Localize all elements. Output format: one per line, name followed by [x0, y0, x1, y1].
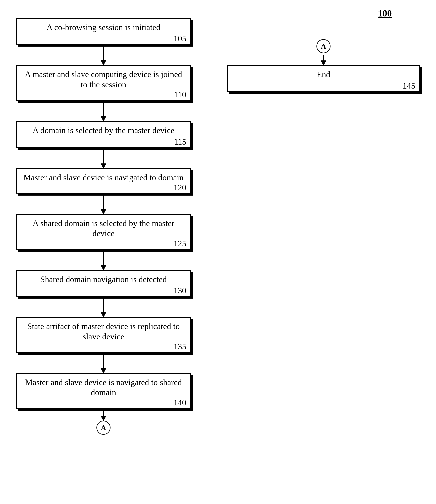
step-ref: 125: [17, 239, 190, 249]
step-ref: 140: [17, 398, 190, 408]
step-ref: 115: [17, 137, 190, 147]
off-page-connector-a-out: A: [96, 421, 111, 435]
arrow-down-icon: [103, 47, 104, 65]
step-140: Master and slave device is navigated to …: [16, 373, 191, 409]
step-145-end: End 145: [227, 65, 420, 92]
arrow-down-icon: [103, 411, 104, 421]
step-ref: 135: [17, 342, 190, 352]
left-column: A co-browsing session is initiated 105 A…: [16, 18, 191, 435]
step-125: A shared domain is selected by the maste…: [16, 214, 191, 250]
step-ref: 105: [17, 34, 190, 44]
step-110: A master and slave computing device is j…: [16, 65, 191, 101]
step-135: State artifact of master device is repli…: [16, 317, 191, 353]
step-text: A master and slave computing device is j…: [17, 66, 190, 90]
step-text: End: [228, 66, 419, 81]
arrow-down-icon: [103, 150, 104, 168]
step-text: Shared domain navigation is detected: [17, 271, 190, 286]
step-text: State artifact of master device is repli…: [17, 318, 190, 342]
arrow-down-icon: [103, 103, 104, 121]
step-text: A domain is selected by the master devic…: [17, 122, 190, 137]
step-130: Shared domain navigation is detected 130: [16, 270, 191, 297]
step-120: Master and slave device is navigated to …: [16, 168, 191, 194]
step-text: Master and slave device is navigated to …: [17, 169, 190, 183]
step-ref: 120: [17, 183, 190, 193]
off-page-connector-a-in: A: [316, 39, 331, 53]
arrow-down-icon: [103, 252, 104, 270]
step-105: A co-browsing session is initiated 105: [16, 18, 191, 45]
arrow-down-icon: [323, 55, 324, 65]
figure-number: 100: [378, 8, 392, 19]
step-115: A domain is selected by the master devic…: [16, 121, 191, 148]
right-column: A End 145: [227, 39, 420, 92]
step-text: A co-browsing session is initiated: [17, 19, 190, 34]
flowchart-page: 100 A co-browsing session is initiated 1…: [0, 0, 436, 504]
arrow-down-icon: [103, 196, 104, 214]
step-ref: 145: [228, 81, 419, 91]
step-text: Master and slave device is navigated to …: [17, 374, 190, 398]
step-ref: 130: [17, 286, 190, 296]
step-text: A shared domain is selected by the maste…: [17, 215, 190, 239]
arrow-down-icon: [103, 299, 104, 317]
arrow-down-icon: [103, 355, 104, 373]
step-ref: 110: [17, 90, 190, 100]
